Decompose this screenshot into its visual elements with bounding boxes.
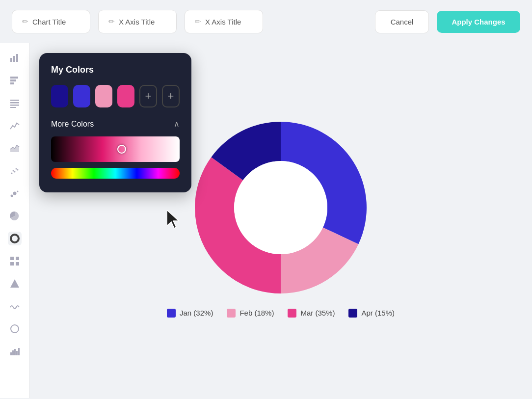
svg-rect-8 bbox=[10, 105, 19, 106]
legend-label-jan: Jan (32%) bbox=[180, 309, 213, 317]
svg-rect-2 bbox=[16, 54, 18, 62]
chart-legend: Jan (32%) Feb (18%) Mar (35%) Apr (15%) bbox=[167, 309, 395, 318]
hue-slider[interactable] bbox=[51, 168, 180, 179]
legend-dot-apr bbox=[348, 309, 357, 318]
svg-rect-28 bbox=[14, 349, 16, 355]
svg-rect-3 bbox=[10, 82, 14, 84]
swatch-blue[interactable] bbox=[73, 85, 90, 107]
x-axis-title-button-1[interactable]: ✏ X Axis Title bbox=[98, 10, 177, 33]
svg-point-19 bbox=[11, 235, 19, 242]
x-axis-title-button-2[interactable]: ✏ X Axis Title bbox=[185, 10, 263, 33]
svg-rect-6 bbox=[10, 100, 19, 101]
chart-title-button[interactable]: ✏ Chart Title bbox=[12, 10, 90, 33]
pencil-icon: ✏ bbox=[22, 17, 28, 26]
svg-rect-0 bbox=[10, 58, 12, 62]
legend-label-mar: Mar (35%) bbox=[300, 309, 335, 317]
svg-rect-7 bbox=[10, 102, 19, 104]
pencil-icon-2: ✏ bbox=[108, 17, 115, 26]
svg-point-14 bbox=[15, 168, 17, 170]
svg-point-16 bbox=[10, 195, 13, 197]
legend-item-apr: Apr (15%) bbox=[348, 309, 395, 318]
cancel-button[interactable]: Cancel bbox=[375, 10, 429, 33]
sidebar-icon-scatter[interactable] bbox=[8, 164, 22, 178]
sidebar-icon-bar-chart-v[interactable] bbox=[8, 74, 22, 87]
sidebar-icon-bubble[interactable] bbox=[8, 186, 22, 200]
sidebar-icon-line-chart[interactable] bbox=[8, 119, 22, 133]
chart-container: My Colors + + More Colors ∧ bbox=[29, 43, 532, 398]
more-colors-header[interactable]: More Colors ∧ bbox=[51, 119, 180, 129]
svg-rect-1 bbox=[13, 56, 15, 62]
svg-rect-30 bbox=[18, 348, 20, 355]
legend-dot-jan bbox=[167, 309, 176, 318]
svg-point-25 bbox=[11, 325, 19, 333]
main-area: My Colors + + More Colors ∧ bbox=[0, 43, 532, 398]
svg-rect-9 bbox=[10, 107, 16, 108]
svg-point-17 bbox=[13, 192, 16, 195]
top-bar: ✏ Chart Title ✏ X Axis Title ✏ X Axis Ti… bbox=[0, 0, 532, 43]
svg-rect-27 bbox=[12, 350, 14, 355]
swatch-pink[interactable] bbox=[117, 85, 134, 107]
svg-marker-24 bbox=[10, 279, 19, 288]
legend-item-feb: Feb (18%) bbox=[227, 309, 274, 318]
svg-rect-20 bbox=[10, 257, 14, 260]
legend-dot-feb bbox=[227, 309, 236, 318]
x-axis-title-label-2: X Axis Title bbox=[205, 18, 241, 26]
svg-marker-32 bbox=[167, 210, 179, 228]
gradient-picker[interactable] bbox=[51, 136, 180, 162]
sidebar-icon-donut-chart[interactable] bbox=[8, 232, 22, 245]
svg-point-18 bbox=[17, 191, 18, 192]
more-colors-label: More Colors bbox=[51, 120, 94, 129]
svg-rect-26 bbox=[10, 352, 12, 355]
svg-point-31 bbox=[234, 161, 327, 254]
svg-rect-5 bbox=[10, 77, 18, 79]
sidebar-icon-grid[interactable] bbox=[8, 254, 22, 268]
legend-label-apr: Apr (15%) bbox=[361, 309, 395, 317]
svg-point-11 bbox=[11, 173, 12, 174]
gradient-handle[interactable] bbox=[117, 145, 126, 154]
sidebar-icon-bar-chart[interactable] bbox=[8, 51, 22, 65]
add-color-button-2[interactable]: + bbox=[162, 85, 180, 107]
sidebar-icon-area-chart[interactable] bbox=[8, 141, 22, 155]
chevron-up-icon: ∧ bbox=[174, 119, 180, 129]
svg-rect-22 bbox=[10, 262, 14, 266]
sidebar-icon-triangle-chart[interactable] bbox=[8, 277, 22, 291]
svg-point-15 bbox=[17, 169, 18, 171]
sidebar-icon-pie-chart[interactable] bbox=[8, 209, 22, 223]
sidebar-icon-list[interactable] bbox=[8, 96, 22, 110]
svg-rect-23 bbox=[16, 262, 19, 266]
sidebar-icon-wave-chart[interactable] bbox=[8, 299, 22, 313]
sidebar-icon-circle[interactable] bbox=[8, 322, 22, 336]
color-picker-panel: My Colors + + More Colors ∧ bbox=[39, 53, 191, 192]
legend-label-feb: Feb (18%) bbox=[239, 309, 274, 317]
apply-changes-button[interactable]: Apply Changes bbox=[437, 11, 520, 33]
cursor-overlay bbox=[167, 210, 183, 232]
swatch-light-pink[interactable] bbox=[95, 85, 112, 107]
legend-dot-mar bbox=[288, 309, 296, 318]
svg-rect-4 bbox=[10, 80, 16, 81]
my-colors-title: My Colors bbox=[51, 65, 180, 75]
color-swatches: + + bbox=[51, 85, 180, 107]
legend-item-jan: Jan (32%) bbox=[167, 309, 213, 318]
svg-rect-29 bbox=[16, 351, 18, 355]
chart-title-label: Chart Title bbox=[32, 18, 66, 26]
x-axis-title-label-1: X Axis Title bbox=[119, 18, 155, 26]
donut-chart bbox=[187, 114, 374, 301]
svg-rect-21 bbox=[16, 257, 19, 260]
svg-point-12 bbox=[12, 170, 14, 172]
legend-item-mar: Mar (35%) bbox=[288, 309, 335, 318]
sidebar-icon-stats[interactable] bbox=[8, 345, 22, 358]
swatch-dark-blue[interactable] bbox=[51, 85, 68, 107]
svg-point-13 bbox=[14, 171, 15, 173]
sidebar bbox=[0, 43, 29, 398]
add-color-button-1[interactable]: + bbox=[139, 85, 157, 107]
pencil-icon-3: ✏ bbox=[195, 17, 201, 26]
